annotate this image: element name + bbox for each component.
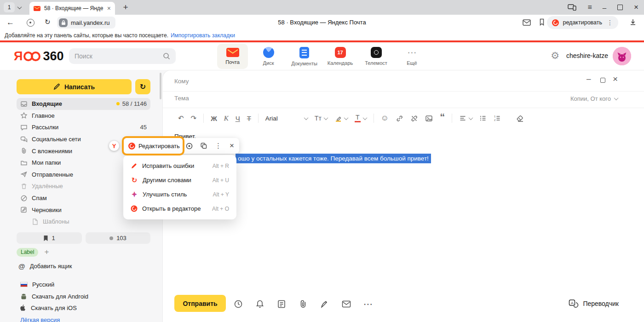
menu-item-fix-errors[interactable]: Исправить ошибки Alt + R	[123, 159, 236, 173]
send-button[interactable]: Отправить	[174, 295, 226, 312]
note-icon[interactable]	[277, 299, 286, 309]
app-mail[interactable]: Почта	[217, 44, 248, 69]
redo-icon[interactable]: ↷	[191, 114, 197, 122]
quote-icon[interactable]: “	[440, 115, 445, 121]
import-bookmarks-link[interactable]: Импортировать закладки	[171, 32, 235, 39]
align-button[interactable]	[459, 115, 472, 122]
unread-filter[interactable]: 103	[86, 232, 150, 244]
folder-newsletters[interactable]: Рассылки 45	[17, 121, 150, 133]
lock-icon[interactable]	[59, 18, 68, 27]
minimize-window-icon[interactable]: –	[603, 4, 606, 12]
subject-field[interactable]: Тема	[174, 95, 189, 102]
to-field[interactable]: Кому	[174, 78, 189, 85]
attach-file-icon[interactable]	[299, 299, 308, 309]
devices-sync-icon[interactable]	[568, 4, 576, 11]
reminder-bell-icon[interactable]	[255, 299, 264, 309]
font-family-select[interactable]: Arial	[265, 115, 308, 122]
language-selector[interactable]: Русский	[20, 281, 88, 288]
text-color-button[interactable]: Т	[355, 114, 367, 122]
url-field[interactable]: mail.yandex.ru	[57, 17, 115, 29]
add-label-icon[interactable]: +	[44, 247, 49, 257]
bold-button[interactable]: Ж	[211, 115, 217, 122]
voice-assistant-icon[interactable]	[27, 19, 34, 27]
copy-icon[interactable]	[201, 143, 207, 149]
tab-counter[interactable]: 1	[4, 2, 21, 12]
app-disk[interactable]: Диск	[253, 44, 284, 69]
search-icon[interactable]	[163, 52, 170, 60]
add-mailbox-button[interactable]: @ Добавить ящик	[18, 262, 72, 270]
font-size-select[interactable]: Тт	[315, 115, 328, 122]
username[interactable]: cheshire-katze	[566, 52, 608, 59]
close-compose-icon[interactable]: ×	[613, 74, 618, 84]
back-icon[interactable]: ←	[6, 18, 14, 27]
insert-image-icon[interactable]	[425, 115, 433, 122]
bookmarked-filter[interactable]: 1	[17, 232, 82, 244]
undo-icon[interactable]: ↶	[178, 114, 184, 122]
browser-menu-icon[interactable]: ≡	[587, 3, 591, 12]
more-vertical-icon[interactable]: ⋮	[215, 142, 222, 150]
signature-pen-icon[interactable]	[320, 299, 329, 309]
unlink-icon[interactable]	[410, 115, 418, 122]
bookmarks-flag-icon[interactable]	[539, 18, 545, 26]
highlight-color-button[interactable]	[334, 115, 348, 122]
maximize-window-icon[interactable]	[617, 5, 623, 10]
bullet-list-icon[interactable]	[479, 115, 487, 122]
folder-inbox[interactable]: Входящие 58 / 1146	[17, 98, 150, 110]
folder-label: Мои папки	[32, 159, 61, 166]
yandex-assistant-badge[interactable]: Y	[109, 141, 119, 151]
refresh-icon[interactable]: ↻	[45, 18, 51, 26]
more-vertical-icon[interactable]: ⋮	[607, 19, 613, 26]
eraser-icon[interactable]	[516, 115, 524, 122]
expand-compose-icon[interactable]	[600, 78, 605, 83]
numbered-list-icon[interactable]: 12	[494, 115, 501, 122]
folder-main[interactable]: Главное	[17, 110, 150, 122]
new-tab-button[interactable]: +	[120, 1, 132, 13]
envelope-icon[interactable]	[342, 300, 351, 308]
downloads-icon[interactable]	[629, 18, 637, 26]
selected-text[interactable]: ошо у остальных кажется тоже. Передавай …	[236, 154, 431, 163]
strikethrough-button[interactable]: Т	[247, 115, 251, 122]
avatar[interactable]	[613, 47, 631, 65]
more-options-icon[interactable]: ⋯	[363, 299, 373, 310]
translator-button[interactable]: А Переводчик	[569, 299, 619, 308]
browser-tab[interactable]: 58 · Входящие — Янде ×	[29, 2, 115, 15]
cc-from-toggle[interactable]: Копии, От кого	[570, 95, 618, 102]
italic-button[interactable]: К	[224, 115, 229, 122]
tab-close-icon[interactable]: ×	[107, 5, 111, 12]
menu-item-rephrase[interactable]: ↻ Другими словами Alt + U	[123, 173, 236, 187]
link-icon[interactable]	[396, 115, 403, 122]
download-ios-link[interactable]: Скачать для iOS	[20, 304, 88, 312]
emoji-icon[interactable]: ☺	[381, 114, 389, 123]
gpt-editor-extension-button[interactable]: редактировать ⋮	[547, 16, 618, 29]
close-popup-icon[interactable]: ×	[230, 141, 234, 150]
app-more[interactable]: ⋯ Ещё	[397, 44, 427, 69]
mail-notification-icon[interactable]	[523, 19, 531, 26]
alice-icon[interactable]	[186, 143, 193, 150]
refresh-mail-button[interactable]: ↻	[135, 79, 150, 94]
gpt-edit-button[interactable]: Редактировать	[128, 143, 180, 150]
app-telemost[interactable]: Телемост	[361, 44, 391, 69]
gear-icon[interactable]: ⚙	[551, 50, 559, 61]
download-android-link[interactable]: Скачать для Android	[20, 293, 88, 300]
minimize-compose-icon[interactable]: –	[586, 75, 591, 84]
tab-counter-value[interactable]: 1	[4, 2, 15, 12]
close-window-icon[interactable]: ×	[634, 3, 638, 12]
label-chip[interactable]: Label	[17, 248, 38, 257]
app-calendar[interactable]: 17 Календарь	[325, 44, 356, 69]
sidebar-scrollbar[interactable]	[160, 73, 161, 99]
schedule-send-icon[interactable]	[234, 299, 243, 309]
app-documents[interactable]: Документы	[289, 44, 320, 69]
documents-app-icon	[299, 47, 309, 58]
gpt-edit-label: Редактировать	[138, 143, 180, 150]
menu-item-improve-style[interactable]: Улучшить стиль Alt + Y	[123, 187, 236, 201]
menu-item-open-in-editor[interactable]: Открыть в редакторе Alt + O	[123, 201, 236, 216]
folder-label: Шаблоны	[43, 218, 69, 225]
underline-button[interactable]: Ч	[236, 115, 240, 122]
services-row: Почта Диск Документы 17 Календарь Телемо…	[217, 44, 427, 69]
chevron-down-icon[interactable]	[17, 5, 22, 9]
more-apps-icon: ⋯	[408, 47, 417, 58]
yandex-360-logo[interactable]: Я 360	[14, 49, 63, 63]
light-version-link[interactable]: Лёгкая версия	[20, 316, 88, 322]
compose-button[interactable]: Написать	[17, 79, 132, 94]
search-input[interactable]: Поиск	[69, 48, 176, 64]
